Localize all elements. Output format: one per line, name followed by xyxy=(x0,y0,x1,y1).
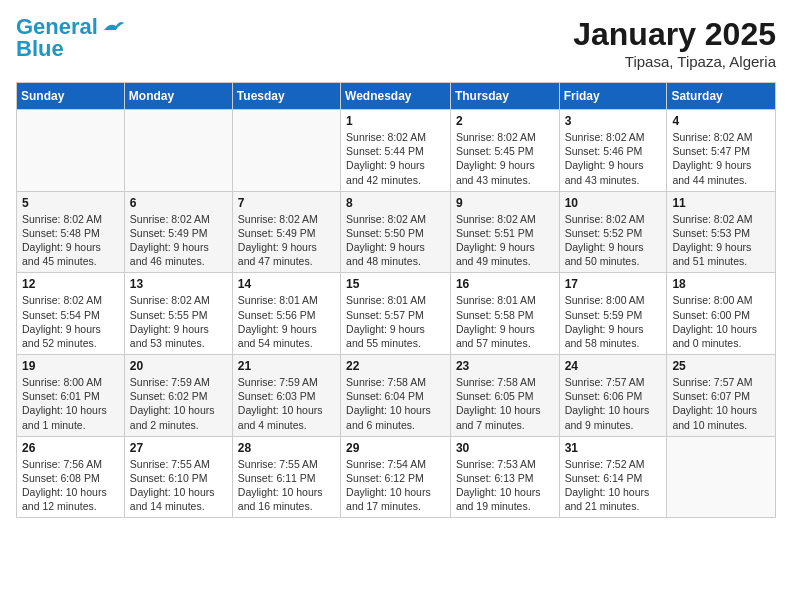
day-info: Sunrise: 8:01 AM Sunset: 5:57 PM Dayligh… xyxy=(346,293,445,350)
day-number: 8 xyxy=(346,196,445,210)
day-number: 24 xyxy=(565,359,662,373)
calendar-cell: 23Sunrise: 7:58 AM Sunset: 6:05 PM Dayli… xyxy=(450,355,559,437)
calendar-cell: 30Sunrise: 7:53 AM Sunset: 6:13 PM Dayli… xyxy=(450,436,559,518)
calendar-cell: 18Sunrise: 8:00 AM Sunset: 6:00 PM Dayli… xyxy=(667,273,776,355)
day-info: Sunrise: 8:00 AM Sunset: 5:59 PM Dayligh… xyxy=(565,293,662,350)
day-info: Sunrise: 8:01 AM Sunset: 5:58 PM Dayligh… xyxy=(456,293,554,350)
day-number: 17 xyxy=(565,277,662,291)
weekday-header: Saturday xyxy=(667,83,776,110)
month-title: January 2025 xyxy=(573,16,776,53)
day-number: 9 xyxy=(456,196,554,210)
title-section: January 2025 Tipasa, Tipaza, Algeria xyxy=(573,16,776,70)
day-number: 5 xyxy=(22,196,119,210)
day-number: 1 xyxy=(346,114,445,128)
calendar-cell: 17Sunrise: 8:00 AM Sunset: 5:59 PM Dayli… xyxy=(559,273,667,355)
calendar-cell: 13Sunrise: 8:02 AM Sunset: 5:55 PM Dayli… xyxy=(124,273,232,355)
day-info: Sunrise: 8:02 AM Sunset: 5:49 PM Dayligh… xyxy=(130,212,227,269)
location-subtitle: Tipasa, Tipaza, Algeria xyxy=(573,53,776,70)
day-info: Sunrise: 8:02 AM Sunset: 5:49 PM Dayligh… xyxy=(238,212,335,269)
day-number: 16 xyxy=(456,277,554,291)
calendar-cell: 16Sunrise: 8:01 AM Sunset: 5:58 PM Dayli… xyxy=(450,273,559,355)
day-info: Sunrise: 8:01 AM Sunset: 5:56 PM Dayligh… xyxy=(238,293,335,350)
calendar-cell: 9Sunrise: 8:02 AM Sunset: 5:51 PM Daylig… xyxy=(450,191,559,273)
day-info: Sunrise: 8:02 AM Sunset: 5:46 PM Dayligh… xyxy=(565,130,662,187)
weekday-header: Thursday xyxy=(450,83,559,110)
logo-bird-icon xyxy=(102,18,124,40)
day-number: 20 xyxy=(130,359,227,373)
day-number: 27 xyxy=(130,441,227,455)
day-info: Sunrise: 7:54 AM Sunset: 6:12 PM Dayligh… xyxy=(346,457,445,514)
calendar-cell: 8Sunrise: 8:02 AM Sunset: 5:50 PM Daylig… xyxy=(341,191,451,273)
day-number: 30 xyxy=(456,441,554,455)
day-number: 18 xyxy=(672,277,770,291)
weekday-header: Friday xyxy=(559,83,667,110)
day-number: 14 xyxy=(238,277,335,291)
calendar-cell xyxy=(232,110,340,192)
day-info: Sunrise: 7:59 AM Sunset: 6:02 PM Dayligh… xyxy=(130,375,227,432)
calendar-cell: 7Sunrise: 8:02 AM Sunset: 5:49 PM Daylig… xyxy=(232,191,340,273)
calendar-cell: 6Sunrise: 8:02 AM Sunset: 5:49 PM Daylig… xyxy=(124,191,232,273)
calendar-cell: 24Sunrise: 7:57 AM Sunset: 6:06 PM Dayli… xyxy=(559,355,667,437)
calendar-week-row: 12Sunrise: 8:02 AM Sunset: 5:54 PM Dayli… xyxy=(17,273,776,355)
day-number: 25 xyxy=(672,359,770,373)
day-info: Sunrise: 8:02 AM Sunset: 5:53 PM Dayligh… xyxy=(672,212,770,269)
calendar-week-row: 5Sunrise: 8:02 AM Sunset: 5:48 PM Daylig… xyxy=(17,191,776,273)
day-info: Sunrise: 7:58 AM Sunset: 6:05 PM Dayligh… xyxy=(456,375,554,432)
calendar-cell: 3Sunrise: 8:02 AM Sunset: 5:46 PM Daylig… xyxy=(559,110,667,192)
weekday-header: Sunday xyxy=(17,83,125,110)
day-info: Sunrise: 7:57 AM Sunset: 6:06 PM Dayligh… xyxy=(565,375,662,432)
calendar-cell: 5Sunrise: 8:02 AM Sunset: 5:48 PM Daylig… xyxy=(17,191,125,273)
calendar-week-row: 26Sunrise: 7:56 AM Sunset: 6:08 PM Dayli… xyxy=(17,436,776,518)
calendar-cell xyxy=(17,110,125,192)
calendar-cell: 14Sunrise: 8:01 AM Sunset: 5:56 PM Dayli… xyxy=(232,273,340,355)
day-info: Sunrise: 7:55 AM Sunset: 6:10 PM Dayligh… xyxy=(130,457,227,514)
day-info: Sunrise: 7:55 AM Sunset: 6:11 PM Dayligh… xyxy=(238,457,335,514)
day-number: 21 xyxy=(238,359,335,373)
day-number: 29 xyxy=(346,441,445,455)
logo: GeneralBlue xyxy=(16,16,124,60)
day-number: 3 xyxy=(565,114,662,128)
weekday-header: Tuesday xyxy=(232,83,340,110)
page-header: GeneralBlue January 2025 Tipasa, Tipaza,… xyxy=(16,16,776,70)
day-info: Sunrise: 8:02 AM Sunset: 5:44 PM Dayligh… xyxy=(346,130,445,187)
day-number: 7 xyxy=(238,196,335,210)
day-number: 22 xyxy=(346,359,445,373)
calendar-cell: 25Sunrise: 7:57 AM Sunset: 6:07 PM Dayli… xyxy=(667,355,776,437)
day-info: Sunrise: 7:57 AM Sunset: 6:07 PM Dayligh… xyxy=(672,375,770,432)
calendar-cell: 4Sunrise: 8:02 AM Sunset: 5:47 PM Daylig… xyxy=(667,110,776,192)
calendar-cell: 10Sunrise: 8:02 AM Sunset: 5:52 PM Dayli… xyxy=(559,191,667,273)
calendar-cell xyxy=(124,110,232,192)
calendar-cell: 15Sunrise: 8:01 AM Sunset: 5:57 PM Dayli… xyxy=(341,273,451,355)
day-info: Sunrise: 8:02 AM Sunset: 5:55 PM Dayligh… xyxy=(130,293,227,350)
day-info: Sunrise: 8:02 AM Sunset: 5:48 PM Dayligh… xyxy=(22,212,119,269)
day-info: Sunrise: 8:02 AM Sunset: 5:50 PM Dayligh… xyxy=(346,212,445,269)
day-number: 31 xyxy=(565,441,662,455)
day-number: 2 xyxy=(456,114,554,128)
calendar-cell: 29Sunrise: 7:54 AM Sunset: 6:12 PM Dayli… xyxy=(341,436,451,518)
day-info: Sunrise: 8:00 AM Sunset: 6:00 PM Dayligh… xyxy=(672,293,770,350)
calendar-cell: 19Sunrise: 8:00 AM Sunset: 6:01 PM Dayli… xyxy=(17,355,125,437)
calendar-cell: 31Sunrise: 7:52 AM Sunset: 6:14 PM Dayli… xyxy=(559,436,667,518)
calendar-cell: 11Sunrise: 8:02 AM Sunset: 5:53 PM Dayli… xyxy=(667,191,776,273)
day-number: 26 xyxy=(22,441,119,455)
calendar-week-row: 1Sunrise: 8:02 AM Sunset: 5:44 PM Daylig… xyxy=(17,110,776,192)
logo-text: GeneralBlue xyxy=(16,16,98,60)
calendar-cell: 20Sunrise: 7:59 AM Sunset: 6:02 PM Dayli… xyxy=(124,355,232,437)
day-number: 28 xyxy=(238,441,335,455)
day-info: Sunrise: 8:00 AM Sunset: 6:01 PM Dayligh… xyxy=(22,375,119,432)
calendar-cell: 1Sunrise: 8:02 AM Sunset: 5:44 PM Daylig… xyxy=(341,110,451,192)
weekday-header: Wednesday xyxy=(341,83,451,110)
day-number: 6 xyxy=(130,196,227,210)
calendar-cell: 12Sunrise: 8:02 AM Sunset: 5:54 PM Dayli… xyxy=(17,273,125,355)
calendar-cell xyxy=(667,436,776,518)
day-number: 10 xyxy=(565,196,662,210)
day-info: Sunrise: 8:02 AM Sunset: 5:45 PM Dayligh… xyxy=(456,130,554,187)
day-info: Sunrise: 8:02 AM Sunset: 5:54 PM Dayligh… xyxy=(22,293,119,350)
day-info: Sunrise: 8:02 AM Sunset: 5:47 PM Dayligh… xyxy=(672,130,770,187)
day-info: Sunrise: 7:59 AM Sunset: 6:03 PM Dayligh… xyxy=(238,375,335,432)
calendar-cell: 21Sunrise: 7:59 AM Sunset: 6:03 PM Dayli… xyxy=(232,355,340,437)
day-number: 12 xyxy=(22,277,119,291)
day-number: 19 xyxy=(22,359,119,373)
weekday-header-row: SundayMondayTuesdayWednesdayThursdayFrid… xyxy=(17,83,776,110)
day-number: 4 xyxy=(672,114,770,128)
